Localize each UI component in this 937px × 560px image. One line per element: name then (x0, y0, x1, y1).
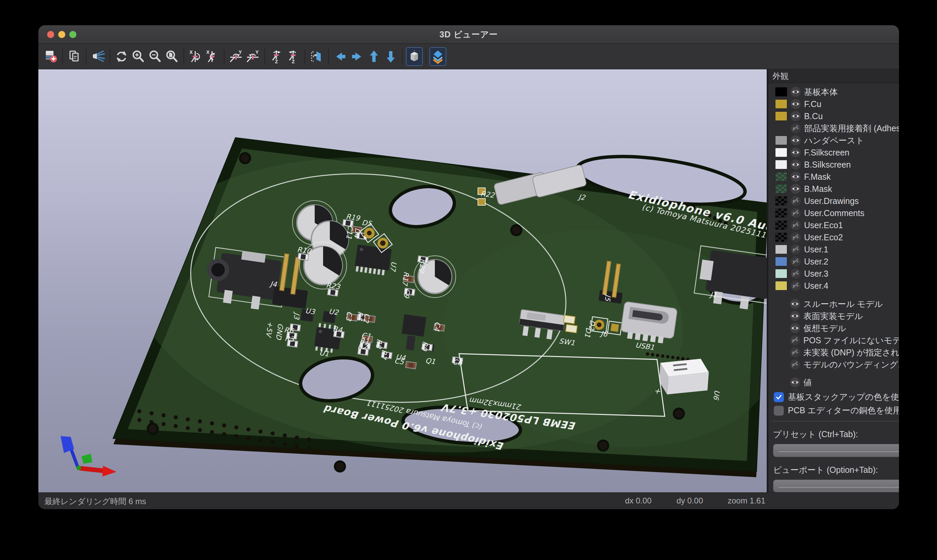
orthographic-projection-toggle[interactable] (406, 47, 423, 66)
pan-right-button[interactable] (349, 47, 366, 66)
layer-color-swatch[interactable] (775, 111, 787, 121)
redraw-button[interactable] (113, 47, 130, 66)
layer-color-swatch[interactable] (775, 135, 787, 145)
pan-up-button[interactable] (366, 47, 382, 66)
minimize-button[interactable] (58, 31, 65, 38)
svg-text:Z: Z (292, 59, 295, 64)
eye-visible-icon[interactable] (791, 87, 801, 97)
layer-row[interactable]: ハンダペースト (768, 134, 899, 146)
eye-visible-icon[interactable] (790, 323, 800, 333)
layer-color-swatch[interactable] (775, 208, 787, 218)
layer-color-swatch[interactable] (775, 232, 787, 242)
layer-row[interactable]: User.Eco2 (768, 231, 899, 243)
layer-row[interactable]: POS ファイルにないモデル (768, 334, 899, 346)
layer-color-swatch[interactable] (775, 160, 787, 169)
use-stackup-colors-row[interactable]: 基板スタックアップの色を使用 (768, 391, 899, 404)
zoom-fit-button[interactable] (163, 47, 180, 66)
pan-left-button[interactable] (332, 47, 349, 66)
layer-row[interactable]: User.1 (768, 243, 899, 255)
zoom-out-button[interactable] (147, 47, 163, 66)
eye-hidden-icon[interactable] (791, 208, 801, 218)
layer-color-swatch[interactable] (775, 269, 787, 278)
eye-visible-icon[interactable] (790, 299, 800, 309)
layer-row[interactable]: User.Comments (768, 207, 899, 219)
layer-row[interactable]: User.Drawings (768, 195, 899, 207)
checkbox-unchecked-icon[interactable] (774, 406, 784, 415)
eye-visible-icon[interactable] (791, 135, 801, 145)
layer-row[interactable]: 基板本体 (768, 86, 899, 98)
layer-color-swatch[interactable] (775, 196, 787, 206)
rotate-x-ccw-button[interactable]: X (204, 47, 221, 66)
preset-dropdown[interactable] (773, 444, 899, 457)
layer-color-swatch[interactable] (775, 220, 787, 230)
layer-row[interactable]: User.Eco1 (768, 219, 899, 231)
eye-visible-icon[interactable] (791, 160, 801, 169)
eye-hidden-icon[interactable] (790, 335, 800, 345)
layer-row[interactable]: B.Silkscreen (768, 158, 899, 171)
layer-row[interactable]: 仮想モデル (768, 322, 899, 334)
layer-row[interactable]: スルーホール モデル (768, 298, 899, 310)
eye-hidden-icon[interactable] (790, 347, 800, 357)
eye-hidden-icon[interactable] (791, 281, 801, 291)
layer-label: ハンダペースト (804, 135, 864, 146)
layer-row[interactable]: User.3 (768, 268, 899, 280)
eye-hidden-icon[interactable] (790, 359, 800, 369)
rotate-z-cw-button[interactable]: Z (268, 47, 285, 66)
eye-visible-icon[interactable] (791, 172, 801, 182)
layer-color-swatch[interactable] (775, 184, 787, 194)
eye-hidden-icon[interactable] (791, 244, 801, 254)
eye-visible-icon[interactable] (790, 389, 800, 391)
eye-hidden-icon[interactable] (791, 220, 801, 230)
layer-row[interactable]: User.4 (768, 280, 899, 292)
reload-board-button[interactable] (42, 47, 59, 66)
eye-hidden-icon[interactable] (791, 196, 801, 206)
eye-visible-icon[interactable] (791, 111, 801, 121)
rotate-z-ccw-button[interactable]: Z (285, 47, 302, 66)
eye-hidden-icon[interactable] (791, 269, 801, 278)
layer-row[interactable] (768, 388, 899, 391)
maximize-button[interactable] (69, 31, 76, 38)
layer-color-swatch[interactable] (775, 281, 787, 291)
viewport-dropdown[interactable] (773, 480, 899, 492)
eye-visible-icon[interactable] (791, 184, 801, 194)
rotate-y-ccw-button[interactable]: Y (245, 47, 261, 66)
eye-visible-icon[interactable] (790, 311, 800, 321)
layer-color-swatch[interactable] (775, 172, 787, 182)
layer-row[interactable]: 値 (768, 376, 899, 388)
eye-visible-icon[interactable] (791, 99, 801, 109)
eye-hidden-icon[interactable] (791, 232, 801, 242)
eye-visible-icon[interactable] (791, 148, 801, 157)
zoom-in-button[interactable] (130, 47, 147, 66)
layer-row[interactable]: F.Mask (768, 171, 899, 183)
layer-row[interactable]: B.Cu (768, 110, 899, 122)
eye-hidden-icon[interactable] (791, 123, 801, 133)
layer-color-swatch[interactable] (775, 148, 787, 157)
close-button[interactable] (47, 31, 54, 38)
layer-row[interactable]: User.2 (768, 255, 899, 268)
layer-row[interactable]: B.Mask (768, 183, 899, 195)
layer-color-swatch[interactable] (775, 245, 787, 254)
render-raytracing-button[interactable] (89, 47, 106, 66)
pan-down-button[interactable] (382, 47, 399, 66)
rotate-y-cw-button[interactable]: Y (228, 47, 245, 66)
layer-row[interactable]: F.Silkscreen (768, 146, 899, 158)
layer-row[interactable]: F.Cu (768, 98, 899, 110)
layer-color-swatch[interactable] (775, 99, 787, 109)
eye-hidden-icon[interactable] (791, 257, 801, 266)
layer-row[interactable]: 表面実装モデル (768, 310, 899, 322)
layer-row[interactable]: 部品実装用接着剤 (Adhesive) (768, 122, 899, 134)
rotate-x-ccw-icon: X (205, 49, 220, 64)
copy-image-button[interactable] (66, 47, 83, 66)
layer-color-swatch[interactable] (775, 257, 787, 266)
layer-row[interactable]: モデルのバウンディングボックス (768, 358, 899, 371)
rotate-x-cw-button[interactable]: X (187, 47, 204, 66)
layer-color-swatch[interactable] (775, 87, 787, 97)
svg-text:R9: R9 (420, 341, 429, 352)
flip-board-button[interactable] (308, 47, 325, 66)
appearance-panel-toggle[interactable] (429, 47, 446, 66)
use-pcb-editor-copper-row[interactable]: PCB エディターの銅色を使用 (768, 404, 899, 417)
3d-viewport[interactable]: Exidiophone v6.0 Audio Board(c) Tomoya M… (38, 69, 767, 492)
eye-visible-icon[interactable] (790, 377, 800, 387)
layer-row[interactable]: 未実装 (DNP) が指定されたモデル (768, 346, 899, 358)
checkbox-checked-icon[interactable] (774, 392, 784, 402)
